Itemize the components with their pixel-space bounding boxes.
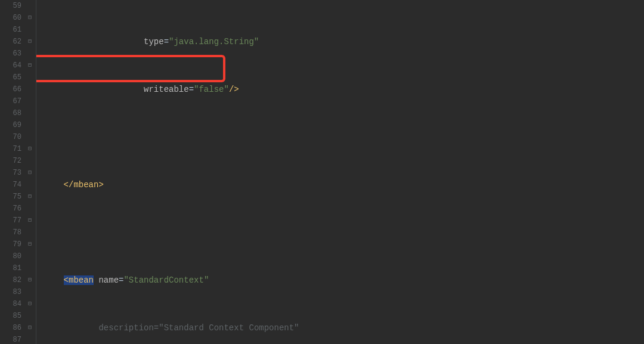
line-number: 80: [0, 250, 21, 262]
fold-toggle-icon[interactable]: ⊟: [27, 170, 33, 176]
line-number: 86: [0, 322, 21, 334]
attr-value: "Standard Context Component": [159, 323, 299, 333]
line-number: 68: [0, 107, 21, 119]
code-line[interactable]: <mbean name="StandardContext": [44, 274, 644, 286]
line-number: 60: [0, 12, 21, 24]
annotation-highlight-box: [36, 55, 225, 82]
line-number: 74: [0, 179, 21, 191]
fold-toggle-icon[interactable]: ⊟: [27, 15, 33, 21]
attr-name: description: [98, 323, 153, 333]
attr-name: name: [98, 275, 119, 285]
line-number: 70: [0, 131, 21, 143]
code-editor[interactable]: 5960616263646566676869707172737475767778…: [0, 0, 644, 344]
line-number: 73: [0, 167, 21, 179]
tag-mbean-open: <mbean: [64, 275, 94, 285]
line-number: 67: [0, 95, 21, 107]
fold-toggle-icon[interactable]: ⊟: [27, 301, 33, 307]
fold-toggle-icon[interactable]: ⊟: [27, 218, 33, 224]
code-line[interactable]: description="Standard Context Component": [44, 322, 644, 334]
code-line[interactable]: type="java.lang.String": [44, 36, 644, 48]
fold-toggle-icon[interactable]: ⊟: [27, 325, 33, 331]
line-number: 69: [0, 119, 21, 131]
fold-toggle-icon[interactable]: ⊟: [27, 146, 33, 152]
code-line[interactable]: </mbean>: [44, 179, 644, 191]
line-number: 59: [0, 0, 21, 12]
code-line[interactable]: [44, 131, 644, 143]
line-number: 62: [0, 36, 21, 48]
line-number: 61: [0, 24, 21, 36]
line-number: 77: [0, 215, 21, 227]
line-number: 85: [0, 310, 21, 322]
attr-name: type: [144, 37, 164, 47]
fold-toggle-icon[interactable]: ⊟: [27, 277, 33, 283]
attr-name: writeable: [144, 85, 189, 94]
code-line[interactable]: writeable="false"/>: [44, 83, 644, 95]
code-area[interactable]: type="java.lang.String" writeable="false…: [36, 0, 644, 344]
fold-toggle-icon[interactable]: ⊟: [27, 194, 33, 200]
attr-value: "StandardContext": [123, 275, 209, 285]
line-number: 71: [0, 143, 21, 155]
line-number: 82: [0, 274, 21, 286]
fold-toggle-icon[interactable]: ⊟: [27, 63, 33, 69]
attr-value: "java.lang.String": [169, 37, 259, 47]
line-number: 81: [0, 262, 21, 274]
tag-close: />: [229, 85, 239, 94]
line-number-gutter: 5960616263646566676869707172737475767778…: [0, 0, 25, 344]
line-number: 63: [0, 48, 21, 60]
line-number: 65: [0, 72, 21, 83]
line-number: 87: [0, 334, 21, 344]
line-number: 64: [0, 60, 21, 72]
fold-toggle-icon[interactable]: ⊟: [27, 39, 33, 45]
line-number: 75: [0, 191, 21, 203]
line-number: 72: [0, 155, 21, 167]
line-number: 79: [0, 238, 21, 250]
line-number: 84: [0, 298, 21, 310]
line-number: 83: [0, 286, 21, 298]
line-number: 78: [0, 227, 21, 238]
fold-toggle-icon[interactable]: ⊟: [27, 241, 33, 247]
line-number: 76: [0, 203, 21, 215]
attr-value: "false": [194, 85, 229, 94]
tag-mbean-close: </mbean>: [64, 180, 104, 190]
code-line[interactable]: [44, 227, 644, 238]
line-number: 66: [0, 83, 21, 95]
fold-gutter: ⊟⊟⊟⊟⊟⊟⊟⊟⊟⊟⊟: [25, 0, 36, 344]
